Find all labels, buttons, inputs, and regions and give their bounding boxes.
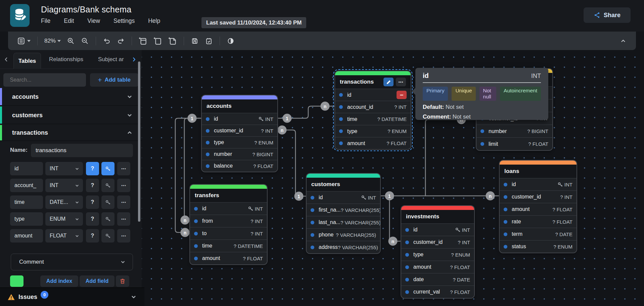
field-name-input[interactable]: type [10, 212, 43, 226]
table-field-row[interactable]: customer_id? INT [202, 125, 277, 136]
diagram-table-accounts[interactable]: accountsidINTcustomer_id? INTtype? ENUMn… [202, 95, 277, 172]
menu-item-edit[interactable]: Edit [64, 17, 74, 25]
share-button[interactable]: Share [584, 7, 631, 23]
table-field-row[interactable]: last_na...? VARCHAR(255) [307, 216, 380, 228]
save-button[interactable] [189, 35, 201, 47]
table-field-row[interactable]: idINT [401, 223, 474, 236]
field-type-dropdown[interactable]: FLOAT [45, 229, 83, 243]
table-header[interactable]: investments [401, 210, 474, 223]
delete-table-button[interactable] [116, 275, 129, 287]
field-nullable-toggle[interactable]: ? [86, 162, 99, 175]
table-more-button[interactable]: ••• [396, 78, 406, 86]
add-table-button[interactable] [137, 35, 149, 47]
table-field-row[interactable]: amount? FLOAT [401, 261, 474, 273]
table-field-row[interactable]: type? ENUM [335, 125, 411, 137]
field-name-input[interactable]: time [10, 195, 43, 209]
diagram-canvas[interactable]: 1nn1nn11nnncustomer_id? INTnumber? BIGIN… [142, 50, 644, 306]
sidebar-table-item-customers[interactable]: customers [0, 106, 142, 124]
diagram-table-investments[interactable]: investmentsidINTcustomer_id? INTtype? EN… [401, 206, 474, 298]
table-field-row[interactable]: customer_id? INT [401, 236, 474, 248]
zoom-out-button[interactable] [79, 35, 91, 47]
table-field-row[interactable]: term? DATE [500, 228, 577, 240]
field-nullable-toggle[interactable]: ? [86, 195, 99, 209]
menu-item-view[interactable]: View [87, 17, 100, 25]
redo-button[interactable] [115, 35, 127, 47]
field-primary-key-toggle[interactable] [101, 229, 114, 243]
table-header[interactable]: transactions••• [335, 75, 411, 89]
table-field-row[interactable]: address? VARCHAR(255) [307, 241, 380, 253]
table-field-row[interactable]: limit? FLOAT [476, 137, 552, 150]
table-field-row[interactable]: type? ENUM [202, 136, 277, 148]
theme-toggle-button[interactable] [225, 35, 237, 47]
table-field-row[interactable]: from? INT [190, 215, 267, 227]
zoom-in-button[interactable] [65, 35, 77, 47]
field-primary-key-toggle[interactable] [101, 195, 114, 209]
table-header[interactable]: customers [307, 178, 380, 191]
diagram-table-transactions[interactable]: transactions•••id−account_id? INTtime? D… [335, 71, 411, 149]
add-note-button[interactable] [166, 35, 179, 47]
field-name-input[interactable]: amount [10, 229, 43, 243]
field-type-dropdown[interactable]: ENUM [45, 212, 83, 226]
table-field-row[interactable]: type? ENUM [401, 248, 474, 261]
issues-bar[interactable]: Issues 0 [0, 288, 144, 306]
comment-section[interactable]: Comment [11, 254, 133, 270]
table-field-row[interactable]: id− [335, 89, 411, 101]
field-more-options-button[interactable]: ••• [117, 229, 130, 243]
field-primary-key-toggle[interactable] [101, 212, 114, 226]
sidebar-table-item-accounts[interactable]: accounts [0, 88, 142, 106]
layout-menu-button[interactable] [15, 35, 33, 47]
add-field-button[interactable]: Add field [80, 275, 114, 287]
table-field-row[interactable]: current_val? FLOAT [401, 286, 474, 298]
tabs-scroll-right-icon[interactable] [130, 56, 138, 63]
table-header[interactable]: loans [500, 165, 577, 178]
field-name-input[interactable]: id [10, 162, 43, 175]
menu-item-help[interactable]: Help [148, 17, 160, 25]
zoom-level-dropdown[interactable]: 82% [42, 35, 63, 47]
field-nullable-toggle[interactable]: ? [86, 212, 99, 226]
field-type-dropdown[interactable]: INT [45, 179, 83, 192]
table-field-row[interactable]: idINT [202, 113, 277, 125]
edit-table-button[interactable] [383, 78, 394, 86]
table-field-row[interactable]: time? DATETIME [190, 239, 267, 252]
delete-field-button[interactable]: − [397, 91, 407, 99]
sidebar-scrollbar[interactable] [138, 61, 140, 222]
diagram-table-loans[interactable]: loansidINTcustomer_id? INTamount? FLOATr… [500, 161, 577, 253]
table-field-row[interactable]: account_id? INT [335, 101, 411, 113]
table-field-row[interactable]: to? INT [190, 227, 267, 239]
field-nullable-toggle[interactable]: ? [86, 229, 99, 243]
table-color-swatch[interactable] [10, 275, 24, 287]
table-search-box[interactable] [3, 73, 86, 87]
field-name-input[interactable]: account_ [10, 179, 43, 192]
table-field-row[interactable]: idINT [307, 191, 380, 204]
field-more-options-button[interactable]: ••• [117, 212, 130, 226]
table-field-row[interactable]: idINT [190, 202, 267, 215]
table-field-row[interactable]: time? DATETIME [335, 113, 411, 125]
undo-button[interactable] [101, 35, 113, 47]
table-field-row[interactable]: amount? FLOAT [500, 203, 577, 215]
table-field-row[interactable]: rate? FLOAT [500, 215, 577, 228]
table-field-row[interactable]: number? BIGINT [202, 148, 277, 160]
diagram-table-customers[interactable]: customersidINTfirst_na...? VARCHAR(255)l… [307, 174, 380, 253]
field-more-options-button[interactable]: ••• [117, 162, 130, 175]
field-more-options-button[interactable]: ••• [117, 195, 130, 209]
tab-tables[interactable]: Tables [13, 53, 41, 69]
toolbar-collapse-button[interactable] [617, 35, 629, 47]
search-input[interactable] [10, 77, 80, 83]
table-field-row[interactable]: amount? FLOAT [335, 137, 411, 149]
add-area-button[interactable] [151, 35, 164, 47]
field-type-dropdown[interactable]: INT [45, 162, 83, 175]
table-field-row[interactable]: amount? FLOAT [190, 252, 267, 264]
table-field-row[interactable]: number? BIGINT [476, 125, 552, 137]
diagram-table-transfers[interactable]: transfersidINTfrom? INTto? INTtime? DATE… [190, 185, 267, 264]
field-primary-key-toggle[interactable] [101, 179, 114, 192]
field-type-dropdown[interactable]: DATE... [45, 195, 83, 209]
table-field-row[interactable]: balance? FLOAT [202, 160, 277, 172]
field-nullable-toggle[interactable]: ? [86, 179, 99, 192]
table-header[interactable]: transfers [190, 189, 267, 202]
table-field-row[interactable]: phone? VARCHAR(255) [307, 228, 380, 241]
tab-relationships[interactable]: Relationships [49, 50, 83, 69]
add-index-button[interactable]: Add index [40, 275, 78, 287]
tabs-scroll-left-icon[interactable] [3, 56, 10, 63]
table-field-row[interactable]: status? ENUM [500, 240, 577, 253]
tab-subject-areas[interactable]: Subject ar [98, 50, 129, 69]
